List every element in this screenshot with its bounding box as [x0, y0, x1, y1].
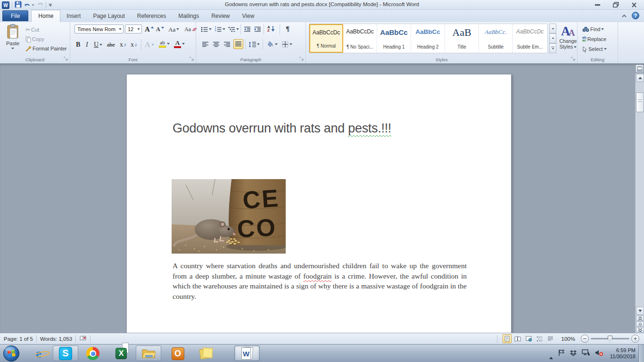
highlight-color-button[interactable]: ab [158, 39, 171, 49]
zoom-level-indicator[interactable]: 100% [561, 336, 575, 342]
tab-insert[interactable]: Insert [60, 10, 87, 22]
strikethrough-button[interactable]: abe [106, 40, 116, 49]
taskbar-word-active[interactable]: W [234, 346, 260, 361]
line-spacing-button[interactable] [248, 40, 261, 49]
increase-indent-button[interactable] [253, 25, 262, 34]
select-browse-object-button[interactable] [636, 321, 644, 327]
tab-page-layout[interactable]: Page Layout [87, 10, 131, 22]
next-page-button[interactable] [636, 327, 644, 332]
align-center-button[interactable] [212, 40, 221, 49]
tab-file[interactable]: File [2, 10, 28, 21]
numbering-button[interactable] [214, 25, 226, 34]
shrink-font-button[interactable]: A [155, 25, 165, 34]
taskbar-excel[interactable]: X [112, 346, 131, 361]
style-no-spacing[interactable]: AaBbCcDc ¶ No Spaci... [343, 24, 377, 53]
tab-review[interactable]: Review [205, 10, 236, 22]
font-name-select[interactable]: Times New Rom [74, 25, 124, 33]
borders-button[interactable] [281, 40, 293, 49]
volume-muted-tray-icon[interactable] [595, 349, 603, 358]
text-effects-button[interactable]: A [144, 40, 155, 49]
styles-scroll-down-button[interactable] [549, 33, 556, 43]
shading-button[interactable] [265, 40, 279, 49]
show-hidden-icons-button[interactable] [549, 350, 553, 357]
style-subtle-emphasis[interactable]: AaBbCcDc Subtle Em... [513, 24, 547, 53]
decrease-indent-button[interactable] [243, 25, 252, 34]
taskbar-internet-explorer[interactable]: e [29, 346, 48, 361]
network-tray-icon[interactable] [582, 349, 590, 358]
document-page[interactable]: Godowns overrun with rats and pests.!!! [126, 74, 512, 338]
select-button[interactable]: Select [581, 44, 608, 54]
document-heading[interactable]: Godowns overrun with rats and pests.!!! [173, 121, 391, 136]
start-button[interactable] [3, 345, 20, 362]
replace-button[interactable]: ab ac Replace [581, 34, 607, 44]
draft-view-button[interactable] [546, 334, 555, 343]
help-button[interactable]: ? [632, 12, 639, 19]
cut-button[interactable]: ✂ Cut [25, 25, 40, 34]
font-dialog-launcher[interactable] [190, 57, 194, 61]
align-left-button[interactable] [201, 40, 210, 49]
taskbar-chrome[interactable] [83, 346, 102, 361]
change-styles-button[interactable]: A A Change Styles [559, 24, 577, 54]
web-layout-view-button[interactable] [524, 334, 533, 343]
taskbar-windows-explorer[interactable] [136, 346, 161, 361]
superscript-button[interactable]: x2 [130, 40, 138, 49]
taskbar-outlook[interactable]: O [168, 346, 187, 361]
multilevel-list-button[interactable] [227, 25, 240, 34]
zoom-slider[interactable] [591, 338, 629, 339]
taskbar-skype[interactable]: S [53, 346, 78, 361]
ruler-toggle-button[interactable] [636, 65, 644, 73]
styles-dialog-launcher[interactable] [571, 57, 576, 61]
tab-references[interactable]: References [131, 10, 172, 22]
restore-button[interactable] [610, 1, 622, 8]
vertical-scrollbar[interactable] [635, 74, 644, 333]
paste-button[interactable]: Paste [4, 24, 22, 55]
show-desktop-button[interactable] [638, 345, 644, 362]
subscript-button[interactable]: x2 [119, 40, 127, 49]
outline-view-button[interactable] [535, 334, 544, 343]
scroll-down-button[interactable] [636, 307, 644, 315]
page-count-indicator[interactable]: Page: 1 of 5 [4, 336, 33, 342]
show-hide-pilcrow-button[interactable]: ¶ [285, 24, 290, 33]
zoom-in-button[interactable] [631, 335, 639, 343]
grow-font-button[interactable]: A [144, 25, 155, 34]
clipboard-dialog-launcher[interactable] [64, 57, 68, 61]
italic-button[interactable]: I [85, 40, 92, 49]
bold-button[interactable]: B [75, 40, 83, 49]
font-color-button[interactable]: A [173, 39, 186, 49]
print-layout-view-button[interactable] [503, 334, 512, 343]
bullets-button[interactable] [200, 25, 213, 34]
find-button[interactable]: Find [581, 25, 605, 34]
style-title[interactable]: AaB Title [445, 24, 479, 53]
format-painter-button[interactable]: Format Painter [25, 44, 68, 53]
taskbar-sticky-notes[interactable] [197, 346, 215, 361]
action-center-button[interactable] [558, 349, 565, 358]
tray-clock[interactable]: 6:59 PM 11/30/2018 [610, 347, 636, 360]
style-subtitle[interactable]: AaBbCc. Subtitle [479, 24, 513, 53]
dropbox-tray-icon[interactable] [570, 350, 577, 358]
word-count-indicator[interactable]: Words: 1,053 [40, 336, 72, 342]
close-button[interactable] [628, 1, 640, 8]
paragraph-dialog-launcher[interactable] [299, 57, 304, 61]
rat-photo[interactable]: CE CO [172, 179, 286, 254]
document-paragraph[interactable]: A country where starvation deaths and un… [173, 261, 467, 301]
style-heading-1[interactable]: AaBbCc Heading 1 [377, 24, 411, 53]
scroll-thumb[interactable] [636, 92, 644, 112]
change-case-button[interactable]: Aa [167, 25, 180, 34]
underline-button[interactable]: U [93, 40, 103, 49]
styles-gallery-expand-button[interactable] [549, 43, 556, 53]
full-screen-reading-view-button[interactable] [513, 334, 522, 343]
sort-button[interactable]: A Z [266, 24, 276, 33]
tab-home[interactable]: Home [31, 10, 60, 23]
align-right-button[interactable] [223, 40, 231, 49]
justify-button[interactable] [233, 39, 243, 49]
proofing-status-button[interactable] [79, 335, 87, 343]
zoom-slider-thumb[interactable] [608, 336, 612, 342]
tab-mailings[interactable]: Mailings [172, 10, 205, 22]
zoom-out-button[interactable] [581, 335, 589, 343]
scroll-up-button[interactable] [636, 74, 644, 82]
copy-button[interactable]: Copy [25, 34, 45, 44]
tab-view[interactable]: View [236, 10, 261, 22]
previous-page-button[interactable] [636, 316, 644, 321]
font-size-select[interactable]: 12 [125, 25, 142, 33]
styles-scroll-up-button[interactable] [549, 24, 556, 33]
